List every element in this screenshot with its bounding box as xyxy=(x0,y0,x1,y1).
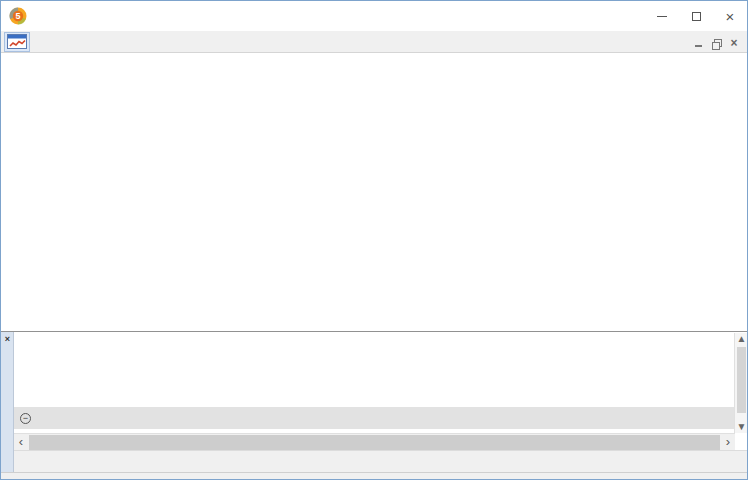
toolbox-tabs xyxy=(14,450,747,473)
toolbox-title xyxy=(1,368,14,468)
collapse-icon[interactable]: − xyxy=(20,413,31,424)
window-bottom-border xyxy=(1,472,747,480)
maximize-icon xyxy=(692,12,701,21)
vertical-scroll-thumb[interactable] xyxy=(737,347,746,413)
toolbox-panel: × − ▲ ▼ ‹ › xyxy=(1,331,747,472)
minimize-button[interactable] xyxy=(645,1,679,31)
metatrader-window: 5 × × × xyxy=(0,0,748,480)
mdi-controls: × xyxy=(689,34,743,50)
horizontal-scroll-thumb[interactable] xyxy=(29,435,720,450)
mdi-minimize-icon xyxy=(695,45,702,47)
toolbox-side-strip: × xyxy=(1,332,14,473)
mdi-close-icon: × xyxy=(730,36,737,50)
table-horizontal-scrollbar[interactable]: ‹ › xyxy=(14,433,735,450)
menu-items xyxy=(34,31,689,52)
svg-text:5: 5 xyxy=(15,11,20,21)
close-icon: × xyxy=(726,9,735,24)
close-button[interactable]: × xyxy=(713,1,747,31)
minimize-icon xyxy=(657,16,667,17)
maximize-button[interactable] xyxy=(679,1,713,31)
mdi-close-button[interactable]: × xyxy=(725,34,743,50)
chart-region[interactable] xyxy=(1,53,748,331)
scroll-down-icon[interactable]: ▼ xyxy=(735,421,748,433)
scroll-up-icon[interactable]: ▲ xyxy=(735,333,748,345)
balance-row: − xyxy=(14,407,735,429)
mdi-restore-icon xyxy=(712,39,721,48)
toolbox-close-icon[interactable]: × xyxy=(1,333,14,345)
mdi-minimize-button[interactable] xyxy=(689,34,707,50)
title-bar: 5 × xyxy=(1,1,747,31)
chart-window-icon[interactable] xyxy=(4,32,30,52)
price-chart[interactable] xyxy=(1,53,748,331)
mdi-restore-button[interactable] xyxy=(707,34,725,50)
scroll-right-icon[interactable]: › xyxy=(721,434,735,451)
scroll-left-icon[interactable]: ‹ xyxy=(14,434,28,451)
mt5-logo-icon: 5 xyxy=(8,6,28,26)
menu-bar: × xyxy=(1,31,747,53)
table-vertical-scrollbar[interactable]: ▲ ▼ xyxy=(734,333,747,433)
